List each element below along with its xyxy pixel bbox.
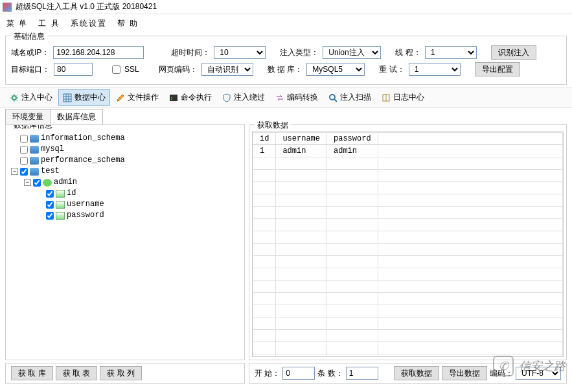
table-cell: admin [327,145,378,157]
menu-item-2[interactable]: 系统设置 [71,18,107,29]
tree-node[interactable]: −test [11,166,239,177]
export-config-button[interactable]: 导出配置 [475,62,520,76]
encoding-label: 网页编码： [159,64,198,75]
tree-node[interactable]: password [11,210,239,221]
menu-item-1[interactable]: 工 具 [38,18,60,29]
titlebar: 超级SQL注入工具 v1.0 正式版 20180421 [0,0,572,14]
port-input[interactable] [54,63,93,76]
tree-toggle-icon[interactable]: − [11,168,18,175]
timeout-select[interactable]: 10 [214,46,266,59]
enc-select[interactable]: UTF-8 [516,367,561,380]
tab-label: 编码转换 [287,92,318,103]
domain-input[interactable] [53,46,144,59]
menu-item-0[interactable]: 菜 单 [6,18,28,29]
db-tree[interactable]: information_schemamysqlperformance_schem… [8,132,242,222]
tab-label: 命令执行 [181,92,212,103]
db-icon [30,157,39,165]
tab-file-op[interactable]: 文件操作 [111,89,163,106]
retry-label: 重 试： [379,64,404,75]
tree-node[interactable]: id [11,188,239,199]
tab-inject-scan[interactable]: 注入扫描 [324,89,376,106]
tbl-icon [43,179,52,187]
port-label: 目标端口： [11,64,50,75]
database-label: 数 据 库： [268,64,303,75]
encoding-select[interactable]: 自动识别 [201,63,253,76]
app-icon [3,3,12,12]
tree-checkbox[interactable] [46,190,54,198]
export-data-button[interactable]: 导出数据 [442,366,487,380]
fetch-btn-0[interactable]: 获 取 库 [11,366,53,380]
tree-checkbox[interactable] [20,168,28,176]
column-header[interactable]: username [276,133,327,145]
tree-label: test [41,166,60,177]
table-row[interactable]: 1adminadmin [253,145,563,157]
svg-point-0 [12,96,16,100]
tree-checkbox[interactable] [33,179,41,187]
window-title: 超级SQL注入工具 v1.0 正式版 20180421 [16,1,157,12]
table-cell: 1 [253,145,276,157]
start-input[interactable] [282,367,315,380]
tree-node[interactable]: username [11,199,239,210]
tree-checkbox[interactable] [20,157,28,165]
tab-label: 注入扫描 [340,92,371,103]
fetch-btn-2[interactable]: 获 取 列 [100,366,142,380]
tree-label: admin [54,177,77,188]
basic-legend: 基础信息 [11,31,47,42]
data-grid-legend: 获取数据 [255,120,291,131]
tree-label: information_schema [41,133,125,144]
domain-label: 域名或IP： [11,47,49,58]
menu-item-3[interactable]: 帮 助 [117,18,139,29]
tree-label: password [67,210,104,221]
swap-icon [275,93,284,102]
svg-point-3 [330,95,335,100]
terminal-icon [169,93,178,102]
column-header[interactable]: id [253,133,276,145]
thread-select[interactable]: 1 [425,46,477,59]
tab-inject-center[interactable]: 注入中心 [5,89,57,106]
gear-icon [10,93,19,102]
search-icon [328,93,337,102]
bottom-left-bar: 获 取 库获 取 表获 取 列 [5,363,245,384]
tab-data-center[interactable]: 数据中心 [58,89,110,106]
col-icon [56,201,65,209]
count-label: 条 数： [317,368,343,379]
db-icon [30,135,39,143]
book-icon [382,93,391,102]
svg-rect-2 [170,95,177,101]
tab-enc-convert[interactable]: 编码转换 [271,89,323,106]
ssl-checkbox[interactable] [112,65,120,74]
tree-label: performance_schema [41,155,125,166]
enc-label: 编码： [490,368,513,379]
count-input[interactable] [346,367,378,380]
tree-checkbox[interactable] [46,212,54,220]
retry-select[interactable]: 1 [409,63,461,76]
db-tree-legend: 数据库信息 [11,124,55,131]
subtab-0[interactable]: 环境变量 [5,109,51,124]
fetch-data-button[interactable]: 获取数据 [394,366,439,380]
tab-label: 注入中心 [21,92,52,103]
tree-label: mysql [41,144,64,155]
tab-log-center[interactable]: 日志中心 [377,89,429,106]
tree-checkbox[interactable] [46,201,54,209]
tree-node[interactable]: information_schema [11,133,239,144]
tab-cmd-exec[interactable]: 命令执行 [165,89,216,106]
tab-inject-bypass[interactable]: 注入绕过 [218,89,269,106]
inject-type-select[interactable]: Union注入 [323,46,381,59]
data-grid[interactable]: idusernamepassword1adminadmin [252,132,564,357]
thread-label: 线 程： [395,47,420,58]
database-select[interactable]: MySQL5 [306,63,365,76]
db-icon [30,146,39,154]
menubar: 菜 单工 具系统设置帮 助 [0,14,572,33]
column-header[interactable]: password [327,133,378,145]
tree-node[interactable]: mysql [11,144,239,155]
tree-checkbox[interactable] [20,135,28,143]
tree-checkbox[interactable] [20,146,28,154]
tree-node[interactable]: −admin [11,177,239,188]
svg-rect-1 [63,94,71,102]
tree-toggle-icon[interactable]: − [24,179,31,186]
tree-node[interactable]: performance_schema [11,155,239,166]
identify-inject-button[interactable]: 识别注入 [491,45,536,60]
pencil-icon [116,93,125,102]
fetch-btn-1[interactable]: 获 取 表 [56,366,98,380]
subtab-1[interactable]: 数据库信息 [50,109,103,124]
